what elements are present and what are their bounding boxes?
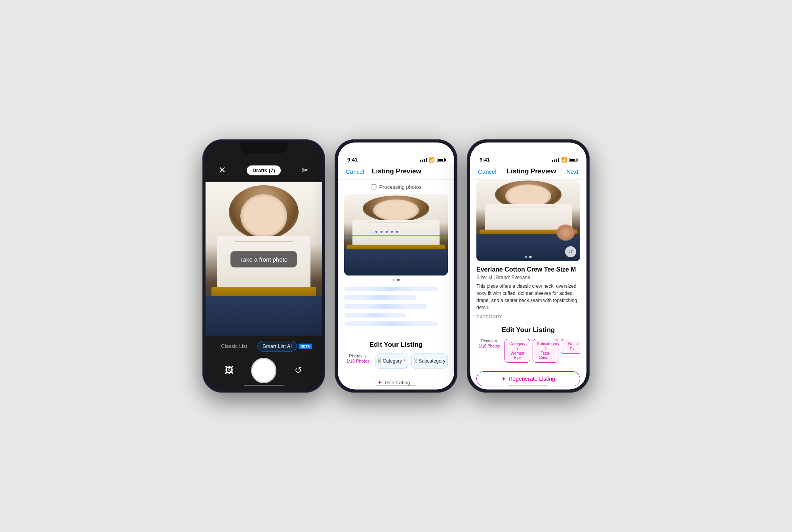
- photo-prompt-text: Take a front photo: [230, 251, 297, 267]
- skeleton-line-1: [344, 287, 438, 291]
- phone-2: 9:41 📶: [335, 139, 457, 393]
- edit-title-2: Edit Your Listing: [344, 341, 448, 349]
- drafts-badge[interactable]: Drafts (7): [247, 165, 280, 175]
- edit-section-3: Edit Your Listing Photos ∨ 1/16 Photos C…: [470, 326, 586, 367]
- listing-description: This piece offers a classic crew neck, o…: [476, 283, 580, 311]
- processing-banner: Processing photos: [338, 180, 454, 194]
- result-dot-2: [529, 256, 532, 258]
- listing-content: Everlane Cotton Crew Tee Size M Size: M …: [470, 261, 586, 326]
- home-indicator-2: [376, 385, 416, 386]
- nav-title-3: Listing Preview: [507, 167, 556, 175]
- status-time-3: 9:41: [480, 157, 490, 163]
- result-edit-tabs: Photos ∨ 1/16 Photos Category ∨ Women To…: [476, 339, 580, 364]
- skeleton-line-5: [344, 321, 438, 326]
- preview-image-2: [344, 194, 448, 276]
- result-brand-tab[interactable]: Br... ∨ Ev...: [561, 339, 580, 363]
- home-indicator-3: [508, 385, 548, 386]
- edit-section-2: Edit Your Listing Photos ∨ 1/16 Photos +: [338, 336, 454, 375]
- listing-title: Everlane Cotton Crew Tee Size M: [476, 266, 580, 273]
- status-icons-3: 📶: [552, 157, 577, 163]
- rotate-icon[interactable]: ↺: [565, 246, 576, 257]
- nav-bar-2: Cancel Listing Preview: [338, 164, 454, 180]
- scan-dots: [375, 231, 398, 233]
- skeleton-line-4: [344, 313, 406, 317]
- status-icons-2: 📶: [420, 157, 445, 163]
- regenerate-button[interactable]: ✦ Regenerate Listing: [476, 371, 580, 386]
- next-button-3[interactable]: Next: [566, 168, 579, 175]
- category-section-label: CATEGORY: [476, 314, 580, 319]
- cancel-button-2[interactable]: Cancel: [346, 168, 364, 175]
- category-circle-icon: +: [378, 358, 381, 364]
- camera-top-bar: ✕ Drafts (7) ✂: [206, 158, 322, 182]
- camera-viewfinder: Take a front photo: [206, 182, 322, 336]
- flip-camera-icon[interactable]: ↺: [291, 363, 305, 378]
- result-dot-1: [525, 256, 527, 258]
- sparkle-icon: ✦: [501, 376, 506, 382]
- shutter-button[interactable]: [251, 358, 276, 383]
- spinner-icon: [371, 184, 377, 190]
- gallery-icon[interactable]: 🖼: [222, 363, 236, 378]
- result-carousel-dots: [525, 256, 532, 258]
- status-time-2: 9:41: [347, 157, 358, 163]
- edit-tabs-2: Photos ∨ 1/16 Photos + Category *: [344, 353, 448, 372]
- result-subcategory-tab[interactable]: Subcategory ∨ Tees- Short...: [533, 339, 558, 363]
- close-button[interactable]: ✕: [215, 163, 229, 177]
- skeleton-area: [338, 281, 454, 336]
- cancel-button-3[interactable]: Cancel: [478, 168, 497, 175]
- photos-tab-2[interactable]: Photos ∨ 1/16 Photos: [344, 353, 372, 370]
- scissors-icon[interactable]: ✂: [298, 163, 312, 177]
- nav-title-2: Listing Preview: [372, 167, 421, 175]
- listing-meta: Size: M | Brand: Everlane: [476, 275, 580, 280]
- phones-container: ✕ Drafts (7) ✂: [187, 124, 605, 408]
- category-tab-2[interactable]: + Category *: [375, 353, 408, 370]
- generating-bar: ✦ Generating...: [338, 375, 454, 390]
- subcategory-circle-icon: +: [414, 358, 417, 364]
- result-category-tab[interactable]: Category ∨ Women Tops: [505, 339, 530, 363]
- notch-3: [505, 142, 552, 154]
- home-indicator-1: [244, 385, 284, 386]
- phone-3: 9:41 📶: [467, 139, 590, 393]
- result-preview-image: ↺: [476, 180, 580, 261]
- subcategory-tab-2[interactable]: + Subcategory: [411, 353, 448, 370]
- smart-list-mode[interactable]: Smart List AI BETA: [257, 341, 312, 352]
- phone-1: ✕ Drafts (7) ✂: [202, 139, 325, 393]
- edit-title-3: Edit Your Listing: [476, 326, 580, 334]
- beta-badge: BETA: [299, 344, 312, 349]
- classic-list-mode[interactable]: Classic List: [215, 341, 253, 352]
- scan-line: [344, 235, 448, 236]
- result-photos-tab[interactable]: Photos ∨ 1/16 Photos: [476, 339, 502, 363]
- notch-2: [372, 142, 420, 154]
- nav-bar-3: Cancel Listing Preview Next: [470, 164, 586, 180]
- skeleton-line-2: [344, 295, 417, 300]
- processing-text: Processing photos: [379, 184, 422, 190]
- notch-1: [240, 142, 287, 154]
- camera-mode-row: Classic List Smart List AI BETA: [206, 341, 322, 352]
- regen-label: Regenerate Listing: [508, 376, 555, 382]
- skeleton-line-3: [344, 304, 427, 309]
- camera-controls: 🖼 ↺: [206, 358, 322, 383]
